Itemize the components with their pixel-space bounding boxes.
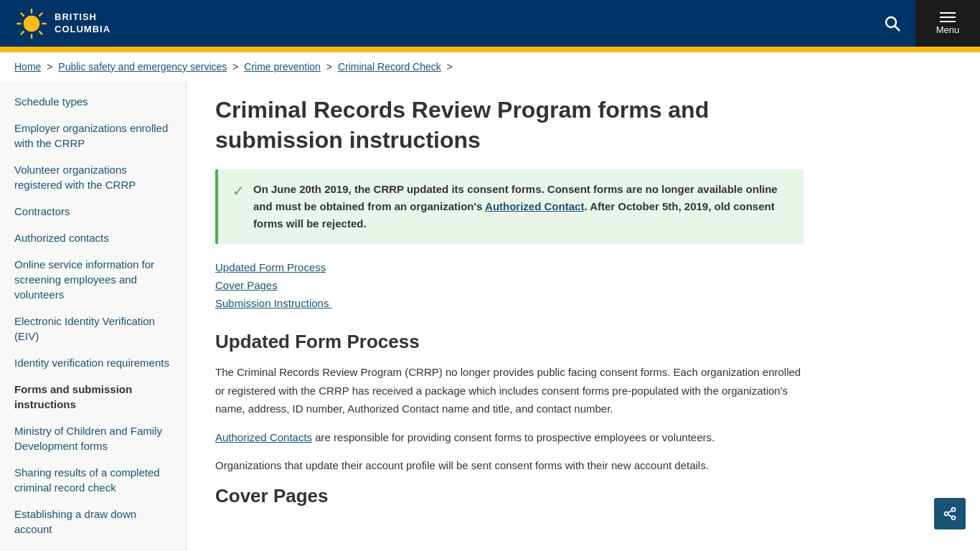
section-title-updated-form-process: Updated Form Process [215, 331, 804, 353]
breadcrumb-public-safety[interactable]: Public safety and emergency services [58, 61, 227, 72]
main-layout: Schedule types Employer organizations en… [0, 81, 980, 551]
sidebar-item-authorized-contacts[interactable]: Authorized contacts [0, 225, 186, 251]
page-title: Criminal Records Review Program forms an… [215, 95, 804, 155]
sidebar-item-draw-down[interactable]: Establishing a draw down account [0, 501, 186, 542]
svg-line-5 [21, 12, 24, 16]
table-of-contents: Updated Form Process Cover Pages Submiss… [215, 261, 804, 309]
sidebar-item-eiv[interactable]: Electronic Identity Verification (EIV) [0, 308, 186, 349]
updated-form-process-paragraph1: The Criminal Records Review Program (CRR… [215, 363, 804, 418]
notice-box: ✓ On June 20th 2019, the CRRP updated it… [215, 169, 804, 244]
logo-text: BRITISH COLUMBIA [55, 11, 110, 36]
toc-link-submission-instructions[interactable]: Submission Instructions [215, 297, 804, 309]
share-button[interactable] [934, 498, 966, 529]
search-icon [884, 15, 901, 32]
breadcrumb-separator-3: > [326, 61, 335, 72]
menu-label: Menu [936, 24, 960, 35]
menu-button[interactable]: Menu [915, 0, 980, 47]
breadcrumb-home[interactable]: Home [14, 61, 41, 72]
hamburger-icon [940, 12, 956, 22]
header-actions: Menu [869, 0, 980, 47]
toc-link-cover-pages[interactable]: Cover Pages [215, 279, 804, 291]
share-icon [943, 507, 957, 521]
sidebar-item-employer-orgs[interactable]: Employer organizations enrolled with the… [0, 115, 186, 156]
notice-text: On June 20th 2019, the CRRP updated its … [253, 181, 789, 232]
svg-line-8 [21, 31, 24, 34]
breadcrumb-separator-2: > [232, 61, 241, 72]
svg-line-6 [39, 31, 42, 34]
search-button[interactable] [869, 0, 915, 47]
sidebar-item-mcfd-forms[interactable]: Ministry of Children and Family Developm… [0, 418, 186, 459]
svg-line-14 [948, 514, 952, 517]
sidebar-item-contractors[interactable]: Contractors [0, 198, 186, 225]
sidebar-item-volunteer-orgs[interactable]: Volunteer organizations registered with … [0, 156, 186, 198]
sidebar-item-online-service[interactable]: Online service information for screening… [0, 251, 186, 308]
updated-form-process-paragraph3: Organizations that update their account … [215, 456, 804, 475]
sidebar-item-offences[interactable]: Offences reviewed [0, 542, 186, 551]
svg-line-7 [39, 12, 42, 16]
svg-line-15 [948, 510, 952, 512]
sidebar-item-identity-verification[interactable]: Identity verification requirements [0, 349, 186, 376]
sidebar-item-sharing-results[interactable]: Sharing results of a completed criminal … [0, 459, 186, 501]
sidebar-nav: Schedule types Employer organizations en… [0, 81, 187, 551]
svg-point-9 [886, 17, 896, 27]
toc-link-updated-form-process[interactable]: Updated Form Process [215, 261, 804, 273]
svg-line-10 [895, 26, 900, 31]
yellow-accent-bar [0, 47, 980, 52]
section-title-cover-pages: Cover Pages [215, 485, 804, 507]
svg-point-12 [945, 512, 948, 516]
svg-point-13 [952, 516, 956, 519]
main-content: Criminal Records Review Program forms an… [187, 81, 832, 551]
breadcrumb-separator-1: > [47, 61, 55, 72]
authorized-contact-link[interactable]: Authorized Contact [485, 200, 584, 212]
check-icon: ✓ [232, 182, 245, 199]
svg-point-11 [952, 508, 956, 512]
authorized-contacts-inline-link[interactable]: Authorized Contacts [215, 431, 312, 443]
sidebar-item-schedule-types[interactable]: Schedule types [0, 88, 186, 115]
svg-point-0 [24, 15, 39, 31]
sidebar-item-forms-submission[interactable]: Forms and submission instructions [0, 376, 186, 418]
breadcrumb-crime-prevention[interactable]: Crime prevention [244, 61, 321, 72]
authorized-contacts-paragraph: Authorized Contacts are responsible for … [215, 428, 804, 447]
breadcrumb-separator-4: > [447, 61, 453, 72]
bc-sun-icon [14, 6, 49, 41]
breadcrumb: Home > Public safety and emergency servi… [0, 52, 980, 81]
authorized-contacts-text-after: are responsible for providing consent fo… [312, 431, 715, 443]
bc-logo: BRITISH COLUMBIA [14, 6, 110, 41]
breadcrumb-criminal-record-check[interactable]: Criminal Record Check [338, 61, 441, 72]
site-header: BRITISH COLUMBIA Menu [0, 0, 980, 47]
